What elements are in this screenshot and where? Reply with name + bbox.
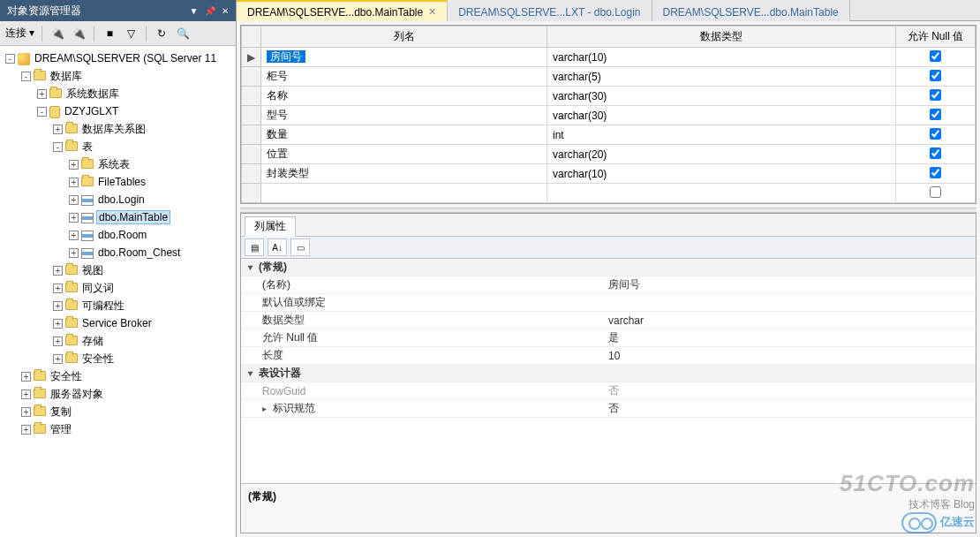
allow-null-cell[interactable] [896, 87, 976, 106]
allow-null-checkbox[interactable] [930, 147, 941, 159]
pin-icon[interactable]: 📌 [205, 6, 215, 16]
expand-icon[interactable]: + [69, 195, 79, 205]
data-type-cell[interactable]: varchar(5) [547, 67, 896, 87]
column-name-cell[interactable]: 数量 [261, 125, 547, 145]
column-name-cell[interactable]: 型号 [261, 106, 547, 125]
column-row[interactable]: 柜号 varchar(5) [242, 67, 976, 87]
allow-null-cell[interactable] [896, 67, 976, 87]
expand-icon[interactable]: + [69, 248, 79, 258]
property-value[interactable]: 否 [608, 383, 976, 398]
column-row[interactable]: 名称 varchar(30) [242, 87, 976, 106]
data-type-cell[interactable]: varchar(30) [547, 87, 896, 106]
expand-icon[interactable]: + [53, 266, 63, 276]
expand-icon[interactable]: + [21, 425, 31, 435]
column-row[interactable]: 数量 int [242, 125, 976, 145]
allow-null-checkbox[interactable] [930, 50, 941, 62]
tree-node[interactable]: +系统数据库 [2, 85, 234, 102]
expand-icon[interactable]: + [53, 301, 63, 311]
expand-icon[interactable]: - [53, 142, 63, 152]
row-selector[interactable] [242, 125, 261, 145]
expand-icon[interactable]: + [37, 89, 47, 99]
property-row[interactable]: (名称)房间号 [241, 276, 976, 294]
expand-icon[interactable]: + [53, 284, 63, 293]
allow-null-cell[interactable] [896, 145, 976, 164]
tree-node[interactable]: +同义词 [2, 279, 234, 297]
row-selector[interactable] [242, 106, 261, 125]
expand-icon[interactable]: - [21, 72, 31, 81]
tree-node[interactable]: +dbo.Room_Chest [2, 244, 234, 261]
column-name-cell[interactable]: 封装类型 [261, 164, 547, 184]
columns-grid[interactable]: 列名 数据类型 允许 Null 值 ▶ 房间号 varchar(10) 柜号 v… [241, 26, 976, 203]
tree-node[interactable]: +管理 [2, 420, 234, 438]
column-row[interactable]: 型号 varchar(30) [242, 106, 976, 125]
column-name-cell[interactable]: 位置 [261, 145, 547, 164]
collapse-icon[interactable]: ▾ [248, 368, 257, 378]
tree-node[interactable]: -表 [2, 138, 234, 155]
property-row[interactable]: 数据类型varchar [241, 312, 976, 329]
tree-node[interactable]: +复制 [2, 403, 234, 420]
tree-node[interactable]: +可编程性 [2, 297, 234, 314]
property-tab[interactable]: 列属性 [245, 216, 296, 237]
allow-null-cell[interactable] [896, 48, 976, 67]
allow-null-cell[interactable] [896, 106, 976, 125]
expand-icon[interactable]: + [21, 407, 31, 417]
column-name-cell[interactable]: 名称 [261, 87, 547, 106]
row-selector[interactable]: ▶ [242, 48, 261, 67]
tree-node[interactable]: +安全性 [2, 350, 234, 367]
alphabetical-icon[interactable]: A↓ [268, 238, 287, 256]
tree-node[interactable]: +dbo.Login [2, 191, 234, 208]
allow-null-checkbox[interactable] [930, 70, 941, 81]
tree-node[interactable]: -数据库 [2, 67, 234, 85]
dropdown-icon[interactable]: ▼ [189, 6, 198, 16]
close-icon[interactable]: ✕ [428, 6, 436, 18]
data-type-cell[interactable]: int [547, 125, 896, 145]
filter-icon[interactable]: ▽ [123, 26, 139, 42]
column-name-cell[interactable]: 柜号 [261, 67, 547, 87]
tree-node[interactable]: -DZYJGLXT [2, 102, 234, 120]
expand-icon[interactable]: + [53, 125, 63, 134]
refresh-icon[interactable]: ↻ [154, 26, 170, 42]
tree-node[interactable]: +数据库关系图 [2, 120, 234, 138]
property-row[interactable]: ▸标识规范否 [241, 400, 976, 418]
expand-icon[interactable]: + [69, 178, 79, 187]
data-type-cell[interactable]: varchar(10) [547, 48, 896, 67]
column-name-cell[interactable]: 房间号 [261, 48, 547, 67]
tree-node[interactable]: +服务器对象 [2, 385, 234, 403]
data-type-cell[interactable]: varchar(30) [547, 106, 896, 125]
allow-null-cell[interactable] [896, 164, 976, 184]
row-selector[interactable] [242, 145, 261, 164]
col-header-null[interactable]: 允许 Null 值 [896, 26, 976, 48]
document-tab[interactable]: DREAM\SQLSERVE...dbo.MainTable✕ [237, 0, 448, 21]
search-icon[interactable]: 🔍 [175, 26, 191, 42]
expand-icon[interactable]: ▸ [262, 404, 271, 413]
tree-node[interactable]: +dbo.Room [2, 226, 234, 244]
data-type-cell[interactable]: varchar(10) [547, 164, 896, 184]
tree-node[interactable]: +安全性 [2, 367, 234, 385]
column-row[interactable]: 封装类型 varchar(10) [242, 164, 976, 184]
tree-node[interactable]: +视图 [2, 261, 234, 279]
allow-null-checkbox[interactable] [930, 186, 941, 198]
property-row[interactable]: 允许 Null 值是 [241, 329, 976, 347]
expand-icon[interactable]: + [69, 160, 79, 170]
tree-node[interactable]: +存储 [2, 332, 234, 350]
column-row[interactable]: 位置 varchar(20) [242, 145, 976, 164]
expand-icon[interactable]: + [53, 354, 63, 364]
expand-icon[interactable]: + [53, 319, 63, 329]
property-row[interactable]: 默认值或绑定 [241, 294, 976, 312]
col-header-name[interactable]: 列名 [261, 26, 547, 48]
property-row[interactable]: RowGuid否 [241, 382, 976, 400]
property-value[interactable]: 否 [608, 401, 976, 416]
categorized-icon[interactable]: ▤ [245, 238, 264, 256]
property-value[interactable]: 是 [608, 330, 976, 345]
tree-node[interactable]: +dbo.MainTable [2, 208, 234, 226]
row-selector[interactable] [242, 87, 261, 106]
disconnect-icon[interactable]: 🔌 [71, 26, 87, 42]
property-value[interactable]: varchar [608, 314, 976, 327]
property-pages-icon[interactable]: ▭ [290, 238, 310, 256]
col-header-type[interactable]: 数据类型 [547, 26, 896, 48]
document-tab[interactable]: DREAM\SQLSERVE...LXT - dbo.Login [448, 0, 652, 21]
expand-icon[interactable]: + [69, 231, 79, 240]
allow-null-checkbox[interactable] [930, 167, 941, 178]
expand-icon[interactable]: + [21, 390, 31, 399]
column-row[interactable]: ▶ 房间号 varchar(10) [242, 48, 976, 67]
